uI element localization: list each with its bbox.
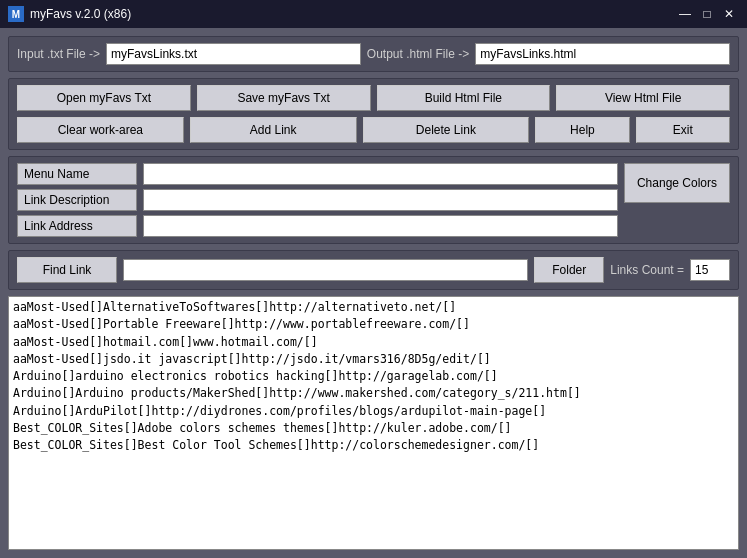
help-button[interactable]: Help — [535, 117, 629, 143]
build-html-file-button[interactable]: Build Html File — [377, 85, 551, 111]
find-link-button[interactable]: Find Link — [17, 257, 117, 283]
list-item[interactable]: Arduino[]ArduPilot[]http://diydrones.com… — [13, 403, 734, 420]
minimize-button[interactable]: — — [675, 4, 695, 24]
file-row-section: Input .txt File -> Output .html File -> — [8, 36, 739, 72]
list-item[interactable]: Arduino[]arduino electronics robotics ha… — [13, 368, 734, 385]
list-item[interactable]: aaMost-Used[]jsdo.it javascript[]http://… — [13, 351, 734, 368]
app-title: myFavs v.2.0 (x86) — [30, 7, 131, 21]
add-link-button[interactable]: Add Link — [190, 117, 357, 143]
links-list-area[interactable]: aaMost-Used[]AlternativeToSoftwares[]htt… — [8, 296, 739, 550]
input-file-label: Input .txt File -> — [17, 47, 100, 61]
menu-name-input[interactable] — [143, 163, 618, 185]
links-count-label: Links Count = — [610, 263, 684, 277]
form-section: Menu Name Link Description Link Address … — [8, 156, 739, 244]
link-description-input[interactable] — [143, 189, 618, 211]
app-icon: M — [8, 6, 24, 22]
input-file-field[interactable] — [106, 43, 361, 65]
change-colors-button[interactable]: Change Colors — [624, 163, 730, 203]
link-description-label: Link Description — [17, 189, 137, 211]
folder-button[interactable]: Folder — [534, 257, 604, 283]
links-count-value[interactable] — [690, 259, 730, 281]
title-bar: M myFavs v.2.0 (x86) — □ ✕ — [0, 0, 747, 28]
close-button[interactable]: ✕ — [719, 4, 739, 24]
output-file-field[interactable] — [475, 43, 730, 65]
list-item[interactable]: aaMost-Used[]Portable Freeware[]http://w… — [13, 316, 734, 333]
link-description-row: Link Description — [17, 189, 618, 211]
list-item[interactable]: aaMost-Used[]hotmail.com[]www.hotmail.co… — [13, 334, 734, 351]
window-controls: — □ ✕ — [675, 4, 739, 24]
link-address-label: Link Address — [17, 215, 137, 237]
delete-link-button[interactable]: Delete Link — [363, 117, 530, 143]
list-item[interactable]: aaMost-Used[]AlternativeToSoftwares[]htt… — [13, 299, 734, 316]
maximize-button[interactable]: □ — [697, 4, 717, 24]
open-myfavs-txt-button[interactable]: Open myFavs Txt — [17, 85, 191, 111]
bottom-bar-section: Find Link Folder Links Count = — [8, 250, 739, 290]
find-link-input[interactable] — [123, 259, 528, 281]
view-html-file-button[interactable]: View Html File — [556, 85, 730, 111]
link-address-row: Link Address — [17, 215, 618, 237]
save-myfavs-txt-button[interactable]: Save myFavs Txt — [197, 85, 371, 111]
output-file-label: Output .html File -> — [367, 47, 469, 61]
list-item[interactable]: Best_COLOR_Sites[]Best Color Tool Scheme… — [13, 437, 734, 454]
main-content: Input .txt File -> Output .html File -> … — [0, 28, 747, 558]
clear-work-area-button[interactable]: Clear work-area — [17, 117, 184, 143]
buttons-section: Open myFavs Txt Save myFavs Txt Build Ht… — [8, 78, 739, 150]
list-item[interactable]: Best_COLOR_Sites[]Adobe colors schemes t… — [13, 420, 734, 437]
menu-name-label: Menu Name — [17, 163, 137, 185]
link-address-input[interactable] — [143, 215, 618, 237]
exit-button[interactable]: Exit — [636, 117, 730, 143]
menu-name-row: Menu Name — [17, 163, 618, 185]
list-item[interactable]: Arduino[]Arduino products/MakerShed[]htt… — [13, 385, 734, 402]
